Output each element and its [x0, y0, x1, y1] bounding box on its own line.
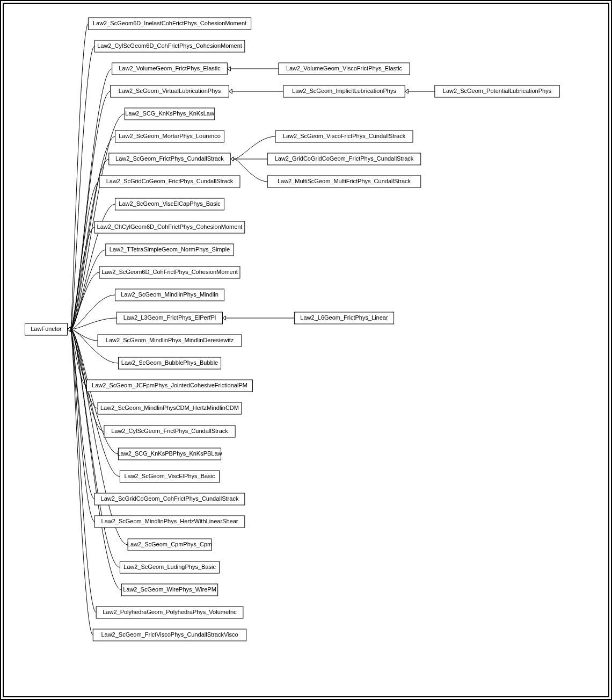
- class-label: Law2_SCG_KnKsPhys_KnKsLaw: [125, 110, 214, 117]
- class-label: Law2_ScGeom_MindlinPhys_MindlinDeresiewi…: [106, 337, 234, 343]
- class-node[interactable]: Law2_ScGeom_ViscElPhys_Basic: [120, 471, 219, 482]
- class-label: Law2_ScGeom_WirePhys_WirePM: [123, 586, 216, 593]
- class-label: Law2_ScGeom6D_CohFrictPhys_CohesionMomen…: [101, 269, 238, 275]
- class-label: Law2_TTetraSimpleGeom_NormPhys_Simple: [110, 246, 230, 252]
- class-label: Law2_GridCoGridCoGeom_FrictPhys_CundallS…: [275, 155, 414, 162]
- class-node[interactable]: Law2_PolyhedraGeom_PolyhedraPhys_Volumet…: [96, 607, 243, 618]
- class-node[interactable]: Law2_VolumeGeom_FrictPhys_Elastic: [112, 63, 228, 75]
- class-label: LawFunctor: [31, 326, 62, 332]
- class-label: Law2_L3Geom_FrictPhys_ElPerfPl: [123, 314, 216, 321]
- class-node[interactable]: Law2_TTetraSimpleGeom_NormPhys_Simple: [106, 244, 234, 256]
- class-label: Law2_ScGeom6D_InelastCohFrictPhys_Cohesi…: [93, 20, 246, 26]
- class-node[interactable]: Law2_ScGridCoGeom_FrictPhys_CundallStrac…: [99, 176, 240, 187]
- class-node[interactable]: Law2_ScGeom_MindlinPhys_Mindlin: [115, 289, 224, 301]
- class-label: Law2_ScGeom_ViscoFrictPhys_CundallStrack: [283, 133, 406, 139]
- class-label: Law2_PolyhedraGeom_PolyhedraPhys_Volumet…: [103, 609, 237, 615]
- class-node[interactable]: Law2_ScGridCoGeom_CohFrictPhys_CundallSt…: [94, 493, 245, 505]
- class-label: Law2_VolumeGeom_FrictPhys_Elastic: [119, 65, 221, 71]
- class-label: Law2_ScGeom_CpmPhys_Cpm: [127, 541, 212, 547]
- class-label: Law2_ChCylGeom6D_CohFrictPhys_CohesionMo…: [97, 223, 243, 230]
- class-node[interactable]: Law2_ScGeom_MindlinPhysCDM_HertzMindlinC…: [98, 402, 242, 414]
- class-node[interactable]: Law2_SCG_KnKsPhys_KnKsLaw: [125, 108, 215, 120]
- class-node[interactable]: Law2_MultiScGeom_MultiFrictPhys_CundallS…: [267, 176, 421, 187]
- class-node[interactable]: Law2_ScGeom_ImplicitLubricationPhys: [283, 85, 405, 97]
- class-node[interactable]: Law2_VolumeGeom_ViscoFrictPhys_Elastic: [279, 63, 410, 75]
- class-label: Law2_CylScGeom6D_CohFrictPhys_CohesionMo…: [97, 42, 242, 49]
- class-node[interactable]: Law2_ScGeom_FrictViscoPhys_CundallStrack…: [93, 629, 246, 641]
- class-label: Law2_ScGeom_FrictViscoPhys_CundallStrack…: [101, 631, 238, 638]
- class-node[interactable]: Law2_L6Geom_FrictPhys_Linear: [294, 312, 394, 324]
- class-node[interactable]: Law2_ScGeom_ViscElCapPhys_Basic: [115, 198, 224, 210]
- class-node[interactable]: Law2_ScGeom_MortarPhys_Lourenco: [115, 131, 224, 142]
- class-label: Law2_SCG_KnKsPBPhys_KnKsPBLaw: [117, 450, 222, 457]
- class-node[interactable]: Law2_CylScGeom_FrictPhys_CundallStrack: [104, 425, 235, 437]
- class-label: Law2_ScGeom_LudingPhys_Basic: [123, 564, 216, 570]
- class-node[interactable]: Law2_GridCoGridCoGeom_FrictPhys_CundallS…: [267, 153, 421, 165]
- class-node[interactable]: Law2_CylScGeom6D_CohFrictPhys_CohesionMo…: [94, 40, 245, 52]
- class-label: Law2_ScGeom_PotentialLubricationPhys: [443, 88, 552, 94]
- class-label: Law2_ScGeom_MortarPhys_Lourenco: [119, 133, 221, 139]
- class-node[interactable]: Law2_ScGeom_MindlinPhys_MindlinDeresiewi…: [98, 335, 242, 347]
- class-label: Law2_VolumeGeom_ViscoFrictPhys_Elastic: [286, 65, 403, 71]
- class-label: Law2_ScGeom_ViscElPhys_Basic: [124, 473, 215, 479]
- class-label: Law2_ScGeom_FrictPhys_CundallStrack: [115, 155, 224, 162]
- class-node[interactable]: LawFunctor: [25, 323, 68, 335]
- svg-rect-0: [1, 1, 611, 699]
- class-label: Law2_MultiScGeom_MultiFrictPhys_CundallS…: [278, 178, 411, 184]
- class-node[interactable]: Law2_ScGeom_FrictPhys_CundallStrack: [109, 153, 231, 165]
- class-node[interactable]: Law2_L3Geom_FrictPhys_ElPerfPl: [117, 312, 223, 324]
- class-label: Law2_ScGeom_MindlinPhysCDM_HertzMindlinC…: [100, 405, 239, 411]
- class-label: Law2_ScGeom_MindlinPhys_HertzWithLinearS…: [101, 518, 238, 524]
- class-node[interactable]: Law2_ScGeom_CpmPhys_Cpm: [127, 539, 212, 551]
- class-node[interactable]: Law2_SCG_KnKsPBPhys_KnKsPBLaw: [117, 448, 222, 460]
- class-node[interactable]: Law2_ScGeom_VirtualLubricationPhys: [111, 85, 229, 97]
- class-node[interactable]: Law2_ChCylGeom6D_CohFrictPhys_CohesionMo…: [94, 221, 245, 233]
- class-label: Law2_ScGeom_BubblePhys_Bubble: [121, 359, 218, 366]
- class-label: Law2_ScGridCoGeom_FrictPhys_CundallStrac…: [106, 178, 234, 184]
- class-node[interactable]: Law2_ScGeom_JCFpmPhys_JointedCohesiveFri…: [86, 380, 252, 392]
- class-label: Law2_ScGeom_ViscElCapPhys_Basic: [119, 200, 221, 207]
- class-node[interactable]: Law2_ScGeom_WirePhys_WirePM: [121, 584, 217, 596]
- class-node[interactable]: Law2_ScGeom6D_CohFrictPhys_CohesionMomen…: [99, 266, 240, 278]
- class-node[interactable]: Law2_ScGeom_LudingPhys_Basic: [120, 561, 219, 573]
- class-label: Law2_ScGeom_MindlinPhys_Mindlin: [121, 291, 218, 298]
- class-node[interactable]: Law2_ScGeom_PotentialLubricationPhys: [435, 85, 559, 97]
- class-label: Law2_ScGeom_ImplicitLubricationPhys: [292, 88, 396, 94]
- class-label: Law2_L6Geom_FrictPhys_Linear: [300, 314, 388, 321]
- class-label: Law2_ScGeom_JCFpmPhys_JointedCohesiveFri…: [92, 382, 247, 388]
- class-label: Law2_ScGeom_VirtualLubricationPhys: [119, 88, 221, 94]
- class-node[interactable]: Law2_ScGeom_ViscoFrictPhys_CundallStrack: [275, 131, 413, 142]
- class-label: Law2_ScGridCoGeom_CohFrictPhys_CundallSt…: [101, 495, 239, 502]
- class-node[interactable]: Law2_ScGeom6D_InelastCohFrictPhys_Cohesi…: [88, 18, 251, 30]
- class-node[interactable]: Law2_ScGeom_MindlinPhys_HertzWithLinearS…: [94, 516, 245, 528]
- class-label: Law2_CylScGeom_FrictPhys_CundallStrack: [111, 428, 228, 434]
- class-node[interactable]: Law2_ScGeom_BubblePhys_Bubble: [118, 357, 221, 369]
